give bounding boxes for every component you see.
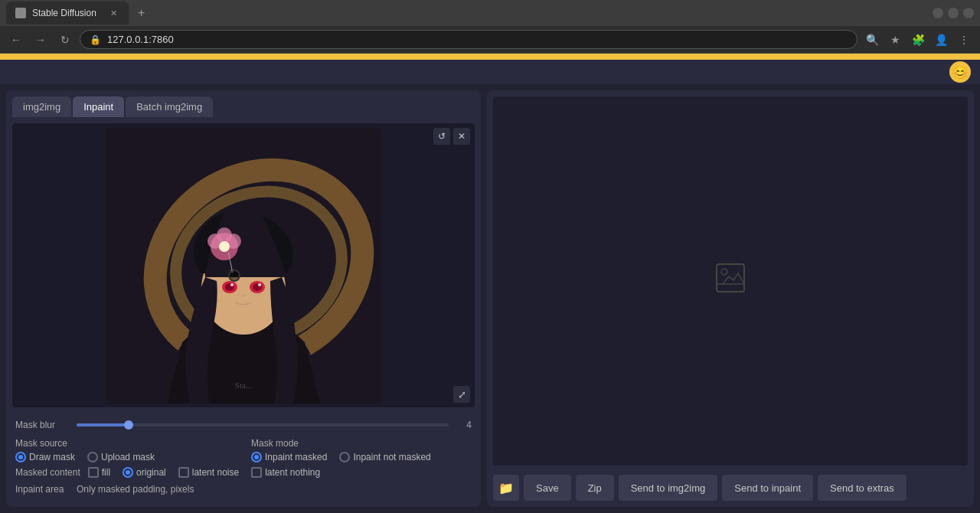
- original-label: original: [136, 467, 166, 478]
- right-panel: 📁 Save Zip Send to img2img Send to inpai…: [487, 90, 974, 507]
- browser-navbar: ← → ↻ 🔒 127.0.0.1:7860 🔍 ★ 🧩 👤 ⋮: [0, 26, 980, 54]
- inpaint-not-masked-option[interactable]: Inpaint not masked: [339, 452, 430, 462]
- upload-mask-radio[interactable]: [87, 452, 98, 462]
- mask-source-section: Mask source Draw mask Upload mask: [15, 438, 236, 462]
- canvas-expand-button[interactable]: ⤢: [453, 386, 470, 403]
- canvas-close-button[interactable]: ✕: [453, 128, 470, 145]
- inpaint-not-masked-radio[interactable]: [339, 452, 350, 462]
- mask-source-label: Mask source: [15, 438, 236, 449]
- inpaint-area-row: Inpaint area Only masked padding, pixels: [15, 484, 472, 495]
- mask-mode-options: Inpaint masked Inpaint not masked: [251, 452, 472, 462]
- canvas-container[interactable]: Sta... ↺ ✕ ⤢: [12, 123, 475, 407]
- brush-cursor: [228, 270, 240, 282]
- tab-batch-img2img[interactable]: Batch img2img: [126, 96, 213, 117]
- extension-icon[interactable]: 😊: [949, 61, 971, 83]
- original-option[interactable]: original: [122, 467, 166, 478]
- main-layout: img2img Inpaint Batch img2img: [0, 84, 980, 513]
- back-button[interactable]: ←: [6, 30, 26, 50]
- mask-mode-label: Mask mode: [251, 438, 472, 449]
- slider-thumb[interactable]: [124, 420, 133, 430]
- tab-inpaint[interactable]: Inpaint: [73, 96, 124, 117]
- fill-label: fill: [102, 467, 110, 478]
- draw-mask-label: Draw mask: [29, 452, 75, 462]
- extension-emoji: 😊: [952, 65, 968, 80]
- draw-mask-option[interactable]: Draw mask: [15, 452, 75, 462]
- svg-point-11: [258, 283, 261, 286]
- inpaint-area-label: Inpaint area: [15, 484, 69, 495]
- folder-button[interactable]: 📁: [493, 475, 519, 501]
- latent-nothing-checkbox[interactable]: [251, 467, 262, 478]
- browser-titlebar: Stable Diffusion ✕ +: [0, 0, 980, 26]
- tab-title: Stable Diffusion: [32, 8, 96, 18]
- draw-mask-radio[interactable]: [15, 452, 26, 462]
- browser-tab[interactable]: Stable Diffusion ✕: [6, 2, 129, 25]
- tabs-row: img2img Inpaint Batch img2img: [6, 90, 481, 117]
- send-to-inpaint-button[interactable]: Send to inpaint: [722, 475, 813, 501]
- mask-blur-row: Mask blur 4: [15, 418, 472, 432]
- send-to-extras-button[interactable]: Send to extras: [818, 475, 906, 501]
- minimize-button[interactable]: [933, 8, 943, 18]
- yellow-bar: [0, 54, 980, 60]
- tab-img2img[interactable]: img2img: [12, 96, 71, 117]
- slider-fill: [77, 423, 129, 426]
- zip-button[interactable]: Zip: [576, 475, 614, 501]
- mask-source-options: Draw mask Upload mask: [15, 452, 236, 462]
- output-placeholder-icon: [715, 263, 746, 299]
- profile-button[interactable]: 👤: [931, 30, 951, 50]
- inpaint-masked-radio[interactable]: [251, 452, 262, 462]
- masked-content-options: fill original latent noise latent n: [88, 467, 321, 478]
- save-button[interactable]: Save: [524, 475, 571, 501]
- svg-point-16: [219, 241, 230, 252]
- inpaint-masked-label: Inpaint masked: [265, 452, 327, 462]
- tab-favicon: [15, 8, 26, 18]
- url-text: 127.0.0.1:7860: [107, 34, 174, 45]
- masked-content-row: Masked content fill original latent n: [15, 467, 472, 478]
- canvas-controls: ↺ ✕: [433, 128, 470, 145]
- only-masked-label: Only masked padding, pixels: [77, 484, 194, 495]
- upload-mask-option[interactable]: Upload mask: [87, 452, 155, 462]
- slider-track: [77, 423, 449, 426]
- anime-canvas-image: Sta...: [106, 128, 381, 404]
- output-actions: 📁 Save Zip Send to img2img Send to inpai…: [487, 469, 974, 507]
- reload-button[interactable]: ↻: [55, 30, 75, 50]
- mask-blur-value: 4: [456, 420, 472, 430]
- menu-button[interactable]: ⋮: [954, 30, 974, 50]
- tab-close-button[interactable]: ✕: [107, 7, 119, 19]
- fill-checkbox[interactable]: [88, 467, 99, 478]
- output-area: [493, 96, 968, 466]
- svg-point-22: [721, 269, 727, 275]
- controls-section: Mask blur 4 Mask source: [6, 413, 481, 507]
- inpaint-masked-option[interactable]: Inpaint masked: [251, 452, 327, 462]
- svg-point-10: [230, 283, 234, 286]
- bookmark-button[interactable]: ★: [885, 30, 905, 50]
- maximize-button[interactable]: [948, 8, 959, 18]
- browser-chrome: Stable Diffusion ✕ + ← → ↻ 🔒 127.0.0.1:7…: [0, 0, 980, 54]
- inpaint-not-masked-label: Inpaint not masked: [353, 452, 430, 462]
- latent-noise-label: latent noise: [192, 467, 239, 478]
- mask-blur-label: Mask blur: [15, 420, 69, 430]
- svg-text:Sta...: Sta...: [235, 381, 253, 390]
- left-panel: img2img Inpaint Batch img2img: [6, 90, 481, 507]
- latent-nothing-option[interactable]: latent nothing: [251, 467, 320, 478]
- extensions-button[interactable]: 🧩: [908, 30, 928, 50]
- forward-button[interactable]: →: [31, 30, 51, 50]
- new-tab-button[interactable]: +: [135, 3, 148, 23]
- top-bar: 😊: [0, 60, 980, 84]
- latent-noise-checkbox[interactable]: [178, 467, 189, 478]
- mask-source-mode-row: Mask source Draw mask Upload mask: [15, 438, 472, 462]
- close-window-button[interactable]: [963, 8, 974, 18]
- upload-mask-label: Upload mask: [101, 452, 155, 462]
- mask-blur-slider[interactable]: [77, 418, 449, 432]
- latent-noise-option[interactable]: latent noise: [178, 467, 239, 478]
- send-to-img2img-button[interactable]: Send to img2img: [619, 475, 718, 501]
- folder-icon: 📁: [498, 481, 514, 495]
- canvas-reset-button[interactable]: ↺: [433, 128, 450, 145]
- app-content: 😊 img2img Inpaint Batch img2img: [0, 60, 980, 513]
- address-bar[interactable]: 🔒 127.0.0.1:7860: [80, 30, 858, 49]
- latent-nothing-label: latent nothing: [265, 467, 320, 478]
- search-button[interactable]: 🔍: [862, 30, 882, 50]
- fill-option[interactable]: fill: [88, 467, 110, 478]
- masked-content-label: Masked content: [15, 467, 80, 478]
- original-radio[interactable]: [122, 467, 133, 478]
- mask-mode-section: Mask mode Inpaint masked Inpaint not mas…: [251, 438, 472, 462]
